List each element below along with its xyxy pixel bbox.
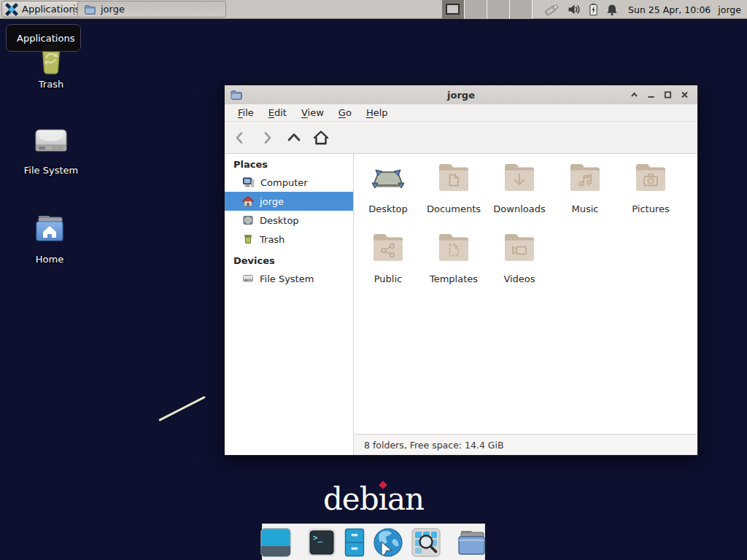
desktop-small-icon xyxy=(242,214,254,226)
system-tray: Sun 25 Apr, 10:06 jorge xyxy=(543,0,741,19)
panel-clock[interactable]: Sun 25 Apr, 10:06 xyxy=(628,4,711,15)
shade-button[interactable] xyxy=(626,87,643,103)
sidebar: Places Computer jorge xyxy=(225,154,353,455)
forward-button[interactable] xyxy=(255,126,279,149)
sidebar-item-desktop[interactable]: Desktop xyxy=(225,211,353,230)
debian-logo: debıan xyxy=(0,481,747,517)
file-grid: Desktop Documents xyxy=(355,161,696,301)
file-item-pictures[interactable]: Pictures xyxy=(618,161,684,215)
user-home-icon xyxy=(242,195,254,207)
sidebar-item-computer[interactable]: Computer xyxy=(225,173,353,192)
file-label: Desktop xyxy=(368,203,408,214)
workspace-2[interactable] xyxy=(465,0,487,19)
desktop-icon-label: Home xyxy=(9,254,90,265)
taskbar-window-button[interactable]: jorge xyxy=(77,1,226,18)
app-finder-icon[interactable] xyxy=(411,528,441,557)
xfce-applications-icon xyxy=(5,3,18,16)
terminal-icon[interactable]: >_ xyxy=(307,528,336,557)
menu-file[interactable]: File xyxy=(231,105,261,120)
desktop-icon-label: File System xyxy=(11,165,91,176)
web-browser-icon[interactable] xyxy=(373,527,403,558)
sidebar-item-label: Desktop xyxy=(260,215,299,226)
wallpaper-swirl-line xyxy=(158,396,206,421)
desk-icon xyxy=(371,161,406,196)
file-manager-icon[interactable] xyxy=(457,529,487,556)
file-label: Documents xyxy=(427,203,481,214)
file-item-music[interactable]: Music xyxy=(552,161,618,215)
applications-tooltip: Applications xyxy=(6,24,81,52)
menu-edit[interactable]: Edit xyxy=(261,105,294,120)
up-button[interactable] xyxy=(282,126,306,149)
status-text: 8 folders, Free space: 14.4 GiB xyxy=(364,440,504,451)
removable-media-icon[interactable] xyxy=(543,1,560,18)
file-cabinet-icon[interactable] xyxy=(344,528,365,557)
workspace-window-preview xyxy=(446,4,460,15)
user-menu[interactable]: jorge xyxy=(718,4,741,15)
templates-folder-icon xyxy=(436,231,471,266)
file-item-videos[interactable]: Videos xyxy=(487,231,552,285)
show-desktop-icon[interactable] xyxy=(260,528,291,557)
minimize-button[interactable] xyxy=(643,87,659,103)
sidebar-item-file-system[interactable]: File System xyxy=(225,269,353,288)
file-view[interactable]: Desktop Documents xyxy=(353,154,697,455)
videos-folder-icon xyxy=(502,231,537,266)
public-folder-icon xyxy=(371,231,406,266)
workspace-4[interactable] xyxy=(510,0,533,19)
drive-small-icon xyxy=(242,273,254,284)
sidebar-item-label: Computer xyxy=(260,177,308,188)
logo-text: an xyxy=(387,481,424,517)
statusbar: 8 folders, Free space: 14.4 GiB xyxy=(354,434,697,455)
sidebar-item-label: Trash xyxy=(260,234,285,245)
file-label: Videos xyxy=(503,273,535,284)
desktop-icon-file-system[interactable]: File System xyxy=(11,121,91,176)
back-button[interactable] xyxy=(228,126,252,149)
home-folder-icon xyxy=(9,210,90,251)
top-panel: Applications jorge xyxy=(0,0,747,19)
menu-view[interactable]: View xyxy=(294,105,331,120)
window-titlebar[interactable]: jorge xyxy=(225,85,697,104)
sidebar-item-jorge[interactable]: jorge xyxy=(225,192,353,211)
logo-text: deb xyxy=(323,481,379,517)
computer-icon xyxy=(242,176,255,188)
notification-bell-icon[interactable] xyxy=(606,4,618,16)
maximize-button[interactable] xyxy=(659,87,676,103)
hard-drive-icon xyxy=(11,121,91,162)
documents-folder-icon xyxy=(436,161,471,196)
menubar: File Edit View Go Help xyxy=(225,104,697,122)
file-item-documents[interactable]: Documents xyxy=(421,161,487,215)
file-label: Pictures xyxy=(632,203,669,214)
trash-small-icon xyxy=(242,233,254,245)
taskbar-window-label: jorge xyxy=(101,4,125,15)
file-label: Downloads xyxy=(493,203,545,214)
file-item-desktop[interactable]: Desktop xyxy=(355,161,421,215)
sidebar-item-label: File System xyxy=(260,273,314,284)
applications-menu-label: Applications xyxy=(22,4,80,15)
panel-separator-handle[interactable] xyxy=(74,4,76,15)
file-item-templates[interactable]: Templates xyxy=(421,231,487,285)
file-manager-window: jorge File Edit View Go Help xyxy=(224,85,698,456)
music-folder-icon xyxy=(568,161,603,196)
sidebar-devices-header: Devices xyxy=(225,250,353,269)
home-button[interactable] xyxy=(309,126,333,149)
desktop: Applications jorge xyxy=(0,0,747,560)
toolbar: /home/jorge/ xyxy=(225,122,697,154)
desktop-icon-home[interactable]: Home xyxy=(9,210,90,265)
sidebar-places-header: Places xyxy=(225,154,353,173)
volume-icon[interactable] xyxy=(568,4,581,15)
file-item-public[interactable]: Public xyxy=(355,231,421,285)
close-button[interactable] xyxy=(676,87,693,103)
dock-panel: >_ xyxy=(262,524,485,560)
workspace-3[interactable] xyxy=(487,0,510,19)
menu-help[interactable]: Help xyxy=(359,105,395,120)
battery-charging-icon[interactable] xyxy=(588,3,599,16)
file-label: Templates xyxy=(430,273,478,284)
desktop-icon-label: Trash xyxy=(11,79,91,90)
menu-go[interactable]: Go xyxy=(331,105,359,120)
sidebar-item-label: jorge xyxy=(260,196,284,207)
file-item-downloads[interactable]: Downloads xyxy=(487,161,552,215)
svg-text:>_: >_ xyxy=(313,533,323,542)
sidebar-item-trash[interactable]: Trash xyxy=(225,230,353,249)
workspace-1[interactable] xyxy=(442,0,465,19)
file-label: Public xyxy=(374,273,402,284)
file-label: Music xyxy=(572,203,599,214)
